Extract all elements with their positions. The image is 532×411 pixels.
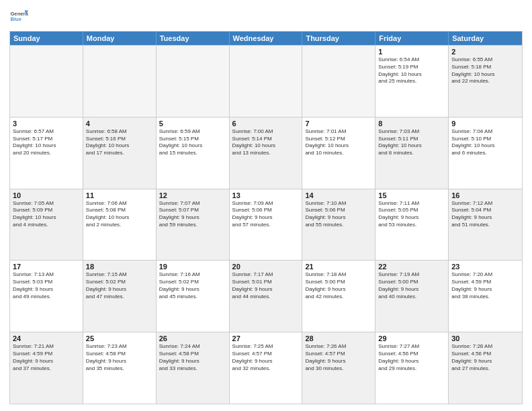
calendar-cell: 11Sunrise: 7:06 AM Sunset: 5:08 PM Dayli… <box>83 189 157 261</box>
calendar-row: 1Sunrise: 6:54 AM Sunset: 5:19 PM Daylig… <box>10 45 522 117</box>
day-info: Sunrise: 7:11 AM Sunset: 5:05 PM Dayligh… <box>378 200 445 229</box>
calendar-cell: 8Sunrise: 7:03 AM Sunset: 5:11 PM Daylig… <box>375 118 449 189</box>
calendar-cell: 27Sunrise: 7:25 AM Sunset: 4:57 PM Dayli… <box>230 332 303 404</box>
calendar-cell: 19Sunrise: 7:16 AM Sunset: 5:02 PM Dayli… <box>157 261 230 332</box>
calendar-cell: 12Sunrise: 7:07 AM Sunset: 5:07 PM Dayli… <box>157 189 230 261</box>
calendar-cell: 22Sunrise: 7:19 AM Sunset: 5:00 PM Dayli… <box>375 261 449 332</box>
day-number: 7 <box>305 120 372 128</box>
day-info: Sunrise: 7:03 AM Sunset: 5:11 PM Dayligh… <box>378 128 445 157</box>
day-number: 10 <box>13 191 80 199</box>
day-number: 19 <box>159 263 226 271</box>
day-number: 29 <box>378 334 445 342</box>
day-info: Sunrise: 7:13 AM Sunset: 5:03 PM Dayligh… <box>13 271 80 300</box>
calendar-header-cell: Friday <box>375 32 449 45</box>
day-info: Sunrise: 7:04 AM Sunset: 5:10 PM Dayligh… <box>451 128 519 157</box>
calendar-cell <box>10 46 83 117</box>
calendar-cell: 29Sunrise: 7:27 AM Sunset: 4:56 PM Dayli… <box>375 332 449 404</box>
calendar-cell: 9Sunrise: 7:04 AM Sunset: 5:10 PM Daylig… <box>449 118 522 189</box>
day-info: Sunrise: 7:28 AM Sunset: 4:56 PM Dayligh… <box>451 343 519 372</box>
day-number: 25 <box>86 334 153 342</box>
day-info: Sunrise: 7:17 AM Sunset: 5:01 PM Dayligh… <box>232 271 300 300</box>
calendar-cell: 13Sunrise: 7:09 AM Sunset: 5:06 PM Dayli… <box>230 189 303 261</box>
day-number: 23 <box>451 263 519 271</box>
day-info: Sunrise: 7:12 AM Sunset: 5:04 PM Dayligh… <box>451 200 519 229</box>
day-number: 15 <box>378 191 445 199</box>
day-info: Sunrise: 6:57 AM Sunset: 5:17 PM Dayligh… <box>13 128 80 157</box>
calendar-row: 17Sunrise: 7:13 AM Sunset: 5:03 PM Dayli… <box>10 260 522 332</box>
day-info: Sunrise: 7:05 AM Sunset: 5:09 PM Dayligh… <box>13 200 80 229</box>
calendar-cell: 25Sunrise: 7:23 AM Sunset: 4:58 PM Dayli… <box>83 332 157 404</box>
calendar-cell: 26Sunrise: 7:24 AM Sunset: 4:58 PM Dayli… <box>157 332 230 404</box>
day-info: Sunrise: 7:01 AM Sunset: 5:12 PM Dayligh… <box>305 128 372 157</box>
calendar-cell: 2Sunrise: 6:55 AM Sunset: 5:18 PM Daylig… <box>449 46 522 117</box>
page: General Blue SundayMondayTuesdayWednesda… <box>0 0 532 411</box>
day-number: 5 <box>159 120 226 128</box>
calendar-cell: 21Sunrise: 7:18 AM Sunset: 5:00 PM Dayli… <box>302 261 375 332</box>
day-number: 6 <box>232 120 300 128</box>
calendar-header-cell: Thursday <box>302 32 375 45</box>
day-number: 9 <box>451 120 519 128</box>
day-info: Sunrise: 7:20 AM Sunset: 4:59 PM Dayligh… <box>451 271 519 300</box>
calendar-cell: 14Sunrise: 7:10 AM Sunset: 5:06 PM Dayli… <box>302 189 375 261</box>
calendar-header-cell: Monday <box>83 32 157 45</box>
day-info: Sunrise: 7:16 AM Sunset: 5:02 PM Dayligh… <box>159 271 226 300</box>
logo-icon: General Blue <box>9 7 28 26</box>
day-info: Sunrise: 6:55 AM Sunset: 5:18 PM Dayligh… <box>451 56 519 85</box>
calendar-cell <box>83 46 157 117</box>
day-info: Sunrise: 7:21 AM Sunset: 4:59 PM Dayligh… <box>13 343 80 372</box>
day-number: 22 <box>378 263 445 271</box>
day-number: 26 <box>159 334 226 342</box>
header: General Blue <box>9 7 523 26</box>
calendar-body: 1Sunrise: 6:54 AM Sunset: 5:19 PM Daylig… <box>10 45 522 404</box>
calendar-cell: 18Sunrise: 7:15 AM Sunset: 5:02 PM Dayli… <box>83 261 157 332</box>
calendar-cell: 15Sunrise: 7:11 AM Sunset: 5:05 PM Dayli… <box>375 189 449 261</box>
day-number: 20 <box>232 263 300 271</box>
calendar-header-cell: Wednesday <box>230 32 303 45</box>
calendar-cell <box>157 46 230 117</box>
calendar-cell: 10Sunrise: 7:05 AM Sunset: 5:09 PM Dayli… <box>10 189 83 261</box>
day-number: 16 <box>451 191 519 199</box>
day-info: Sunrise: 7:26 AM Sunset: 4:57 PM Dayligh… <box>305 343 372 372</box>
calendar: SundayMondayTuesdayWednesdayThursdayFrid… <box>9 31 523 404</box>
calendar-cell: 28Sunrise: 7:26 AM Sunset: 4:57 PM Dayli… <box>302 332 375 404</box>
calendar-cell: 3Sunrise: 6:57 AM Sunset: 5:17 PM Daylig… <box>10 118 83 189</box>
day-number: 21 <box>305 263 372 271</box>
day-number: 2 <box>451 48 519 56</box>
calendar-row: 24Sunrise: 7:21 AM Sunset: 4:59 PM Dayli… <box>10 332 522 404</box>
calendar-header-cell: Tuesday <box>157 32 230 45</box>
calendar-header-cell: Saturday <box>449 32 522 45</box>
calendar-header-cell: Sunday <box>10 32 83 45</box>
day-info: Sunrise: 7:09 AM Sunset: 5:06 PM Dayligh… <box>232 200 300 229</box>
day-info: Sunrise: 7:23 AM Sunset: 4:58 PM Dayligh… <box>86 343 153 372</box>
day-info: Sunrise: 7:06 AM Sunset: 5:08 PM Dayligh… <box>86 200 153 229</box>
day-number: 1 <box>378 48 445 56</box>
calendar-row: 3Sunrise: 6:57 AM Sunset: 5:17 PM Daylig… <box>10 117 522 189</box>
day-number: 13 <box>232 191 300 199</box>
day-info: Sunrise: 7:24 AM Sunset: 4:58 PM Dayligh… <box>159 343 226 372</box>
day-info: Sunrise: 7:18 AM Sunset: 5:00 PM Dayligh… <box>305 271 372 300</box>
day-info: Sunrise: 7:27 AM Sunset: 4:56 PM Dayligh… <box>378 343 445 372</box>
calendar-cell: 4Sunrise: 6:58 AM Sunset: 5:16 PM Daylig… <box>83 118 157 189</box>
calendar-cell: 16Sunrise: 7:12 AM Sunset: 5:04 PM Dayli… <box>449 189 522 261</box>
day-number: 17 <box>13 263 80 271</box>
calendar-row: 10Sunrise: 7:05 AM Sunset: 5:09 PM Dayli… <box>10 189 522 261</box>
day-number: 3 <box>13 120 80 128</box>
day-number: 12 <box>159 191 226 199</box>
calendar-cell: 6Sunrise: 7:00 AM Sunset: 5:14 PM Daylig… <box>230 118 303 189</box>
calendar-cell <box>230 46 303 117</box>
calendar-cell: 20Sunrise: 7:17 AM Sunset: 5:01 PM Dayli… <box>230 261 303 332</box>
day-info: Sunrise: 7:25 AM Sunset: 4:57 PM Dayligh… <box>232 343 300 372</box>
calendar-cell: 1Sunrise: 6:54 AM Sunset: 5:19 PM Daylig… <box>375 46 449 117</box>
day-number: 18 <box>86 263 153 271</box>
calendar-cell: 30Sunrise: 7:28 AM Sunset: 4:56 PM Dayli… <box>449 332 522 404</box>
day-info: Sunrise: 7:07 AM Sunset: 5:07 PM Dayligh… <box>159 200 226 229</box>
svg-text:Blue: Blue <box>10 16 21 22</box>
calendar-cell: 17Sunrise: 7:13 AM Sunset: 5:03 PM Dayli… <box>10 261 83 332</box>
day-info: Sunrise: 7:10 AM Sunset: 5:06 PM Dayligh… <box>305 200 372 229</box>
day-number: 4 <box>86 120 153 128</box>
day-info: Sunrise: 6:54 AM Sunset: 5:19 PM Dayligh… <box>378 56 445 85</box>
day-info: Sunrise: 6:58 AM Sunset: 5:16 PM Dayligh… <box>86 128 153 157</box>
day-number: 27 <box>232 334 300 342</box>
calendar-cell: 5Sunrise: 6:59 AM Sunset: 5:15 PM Daylig… <box>157 118 230 189</box>
calendar-cell <box>302 46 375 117</box>
